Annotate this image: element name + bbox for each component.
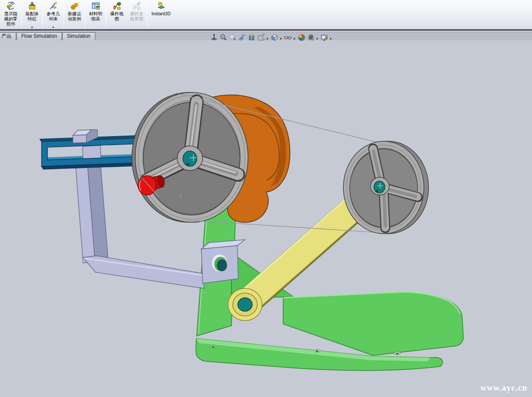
toolbar-button-label: 材料明细表 (87, 11, 104, 21)
heads-up-view-toolbar: ▼ ▼ ▼ ▼ ▼ (210, 33, 333, 42)
toolbar-divider (147, 2, 148, 28)
toolbar-button-label: 爆炸直线草图 (128, 11, 145, 21)
section-view-icon[interactable] (248, 34, 256, 42)
dropdown-caret-icon[interactable]: ▼ (266, 37, 269, 40)
dropdown-caret-icon[interactable]: ▼ (293, 37, 296, 40)
toolbar-button-label: 装配体特征 (24, 11, 41, 21)
toolbar-button-bill-of-materials[interactable]: 材料明细表 (86, 0, 106, 29)
toolbar-button-reference-geometry[interactable]: 参考几何体 ▼ (43, 0, 63, 29)
reference-geometry-icon (49, 1, 58, 11)
dropdown-caret-icon[interactable]: ▼ (329, 37, 332, 40)
tab-product[interactable]: 产品 (0, 32, 16, 41)
tab-label: Simulation (67, 33, 91, 39)
toolbar-divider (21, 2, 22, 28)
toolbar-button-label: 参考几何体 (45, 11, 62, 21)
dropdown-caret-icon[interactable]: ▼ (31, 26, 33, 29)
watermark-text: www.ayc.cn (480, 383, 527, 393)
display-style-icon[interactable] (270, 34, 279, 42)
graphics-viewport[interactable]: www.ayc.cn (0, 40, 532, 397)
normal-to-icon[interactable] (210, 34, 218, 42)
toolbar-button-instant3d[interactable]: Instant3D (148, 0, 174, 29)
bill-of-materials-icon (91, 1, 100, 11)
toolbar-button-new-motion-study[interactable]: 新建运动算例 (64, 0, 84, 29)
dropdown-caret-icon[interactable]: ▼ (316, 37, 319, 40)
model-part-small-handwheel[interactable] (343, 141, 429, 234)
view-orientation-icon[interactable] (257, 34, 265, 42)
zoom-to-area-icon[interactable] (229, 34, 237, 42)
hide-show-items-icon[interactable] (284, 34, 292, 42)
toolbar-button-explode-line-sketch[interactable]: 爆炸直线草图 (127, 0, 147, 29)
tab-simulation[interactable]: Simulation (62, 32, 95, 41)
tab-label: Flow Simulation (21, 33, 57, 39)
explode-line-sketch-icon (132, 1, 142, 11)
toolbar-button-label: Instant3D (152, 11, 171, 16)
assembly-features-icon (28, 1, 37, 11)
show-hidden-components-icon (6, 1, 16, 11)
toolbar-divider (85, 2, 85, 28)
new-motion-study-icon (70, 1, 79, 11)
previous-view-icon[interactable] (238, 34, 246, 42)
toolbar-button-exploded-view[interactable]: 爆炸视图 (107, 0, 127, 29)
instant3d-icon (156, 1, 166, 11)
toolbar-button-show-hidden-components[interactable]: 显示隐藏的零部件 (1, 0, 21, 29)
model-part-large-handwheel[interactable] (132, 92, 248, 222)
dropdown-caret-icon[interactable]: ▼ (52, 26, 55, 29)
assembly-model: www.ayc.cn (0, 40, 532, 397)
pivot-pin (238, 298, 252, 311)
zoom-to-fit-icon[interactable] (220, 34, 228, 42)
command-manager-toolbar: 显示隐藏的零部件 装配体特征 ▼ 参考几何体 ▼ 新建运动算例 材料明细表 (0, 0, 532, 31)
toolbar-button-label: 新建运动算例 (66, 11, 83, 21)
wheel-hub (183, 151, 197, 166)
tab-flow-simulation[interactable]: Flow Simulation (17, 32, 62, 41)
toolbar-divider (64, 2, 64, 28)
toolbar-button-assembly-features[interactable]: 装配体特征 ▼ (22, 0, 42, 29)
edit-appearance-icon[interactable] (298, 34, 306, 42)
toolbar-button-label: 爆炸视图 (109, 11, 125, 21)
view-settings-icon[interactable] (320, 34, 329, 42)
tab-label: 产品 (1, 33, 11, 39)
apply-scene-icon[interactable] (307, 34, 315, 42)
bracket-hole (212, 254, 227, 271)
exploded-view-icon (112, 1, 122, 11)
dropdown-caret-icon[interactable]: ▼ (279, 37, 282, 40)
vertex-dot (179, 195, 182, 198)
toolbar-divider (106, 2, 106, 28)
toolbar-divider (42, 2, 43, 28)
toolbar-button-label: 显示隐藏的零部件 (3, 11, 19, 26)
